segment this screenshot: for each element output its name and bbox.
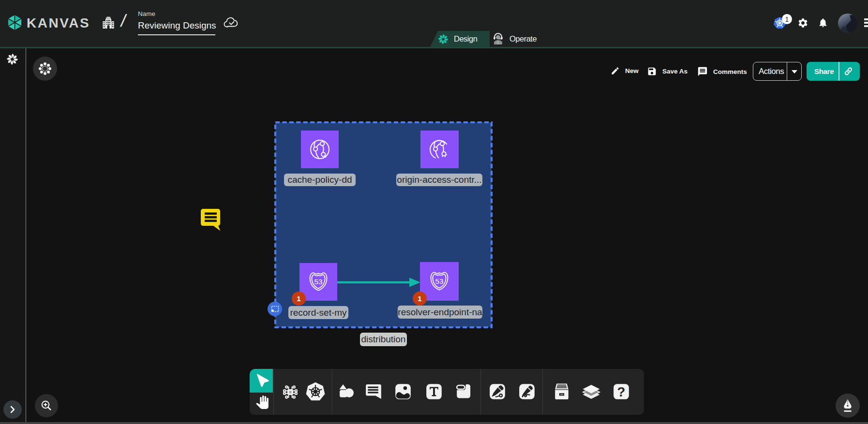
svg-text:53: 53 bbox=[314, 278, 323, 286]
svg-text:53: 53 bbox=[435, 277, 444, 285]
svg-text:?: ? bbox=[617, 384, 626, 399]
